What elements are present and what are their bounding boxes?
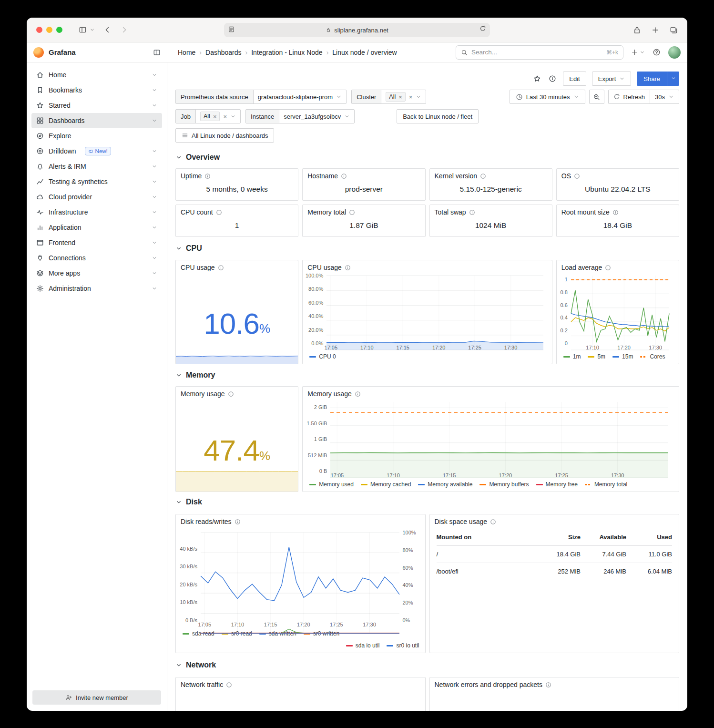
sidebar-item-alerts-irm[interactable]: Alerts & IRM (31, 159, 162, 174)
zoom-out-button[interactable] (589, 90, 604, 104)
info-icon[interactable] (341, 173, 347, 179)
sidebar-item-administration[interactable]: Administration (31, 281, 162, 296)
datasource-select[interactable]: grafanacloud-sliplane-prom (254, 90, 347, 103)
sidebar-item-starred[interactable]: Starred (31, 98, 162, 113)
page-settings-icon[interactable] (228, 26, 235, 33)
refresh-interval-select[interactable]: 30s (650, 90, 679, 103)
section-header-network[interactable]: Network (175, 660, 679, 670)
breadcrumb-item[interactable]: Home (178, 49, 195, 56)
section-header-disk[interactable]: Disk (175, 497, 679, 507)
load-average-chart-plot[interactable]: 10.80.60.40.2017:1017:2017:30 (571, 276, 669, 343)
legend-item[interactable]: 5m (588, 353, 605, 360)
sidebar-item-drilldown[interactable]: DrilldownNew! (31, 144, 162, 159)
forward-icon[interactable] (120, 26, 128, 34)
sidebar-item-testing-synthetics[interactable]: Testing & synthetics (31, 174, 162, 189)
section-header-memory[interactable]: Memory (175, 370, 679, 380)
info-icon[interactable] (469, 209, 475, 215)
new-tab-icon[interactable] (652, 26, 659, 34)
cpu-usage-chart-plot[interactable]: 100.0%80.0%60.0%40.0%20.0%0.0%17:0517:10… (326, 276, 543, 343)
info-icon[interactable] (545, 682, 551, 688)
table-header-size[interactable]: Size (539, 533, 581, 541)
chevron-down-icon[interactable] (152, 72, 157, 78)
back-icon[interactable] (103, 26, 112, 34)
grafana-logo[interactable] (33, 47, 44, 58)
export-button[interactable]: Export (592, 72, 632, 86)
disk-rw-chart-plot[interactable]: 40 kB/s30 kB/s20 kB/s10 kB/s0 B/s100%80%… (201, 533, 399, 620)
chevron-down-icon[interactable] (152, 209, 157, 215)
chevron-down-icon[interactable] (152, 270, 157, 276)
remove-chip-icon[interactable]: × (213, 113, 217, 120)
time-range-picker[interactable]: Last 30 minutes (510, 90, 585, 104)
share-page-icon[interactable] (633, 26, 641, 34)
info-icon[interactable] (216, 209, 222, 215)
close-window-button[interactable] (36, 27, 42, 33)
all-dashboards-button[interactable]: All Linux node / dashboards (175, 128, 274, 143)
legend-item[interactable]: Cores (640, 353, 665, 360)
favorite-star-icon[interactable] (532, 74, 542, 83)
info-icon[interactable] (612, 209, 619, 215)
job-select[interactable]: All× × (196, 110, 240, 123)
add-new-button[interactable] (631, 49, 645, 56)
legend-item[interactable]: Memory cached (361, 481, 411, 488)
legend-item[interactable]: Memory available (418, 481, 472, 488)
edit-button[interactable]: Edit (563, 72, 586, 86)
table-header-mounted-on[interactable]: Mounted on (437, 533, 539, 541)
info-icon[interactable] (490, 519, 496, 525)
info-icon[interactable] (355, 391, 361, 397)
sidebar-item-dashboards[interactable]: Dashboards (31, 113, 162, 128)
address-bar[interactable]: sliplane.grafana.net (224, 23, 490, 37)
legend-item[interactable]: sda io util (346, 642, 380, 649)
legend-item[interactable]: 1m (563, 353, 581, 360)
chevron-down-icon[interactable] (152, 148, 157, 154)
remove-chip-icon[interactable]: × (398, 94, 402, 100)
clear-selection-icon[interactable]: × (223, 113, 227, 120)
legend-item[interactable]: Memory total (585, 481, 627, 488)
legend-item[interactable]: Memory used (309, 481, 354, 488)
section-header-cpu[interactable]: CPU (175, 243, 679, 254)
sidebar-item-connections[interactable]: Connections (31, 250, 162, 266)
chevron-down-icon[interactable] (152, 179, 157, 185)
tab-overview-icon[interactable] (670, 26, 678, 34)
share-menu-button[interactable] (667, 72, 679, 86)
refresh-button[interactable]: Refresh (609, 90, 650, 103)
info-icon[interactable] (480, 173, 486, 179)
sidebar-item-frontend[interactable]: Frontend (31, 235, 162, 250)
invite-member-button[interactable]: Invite new member (32, 690, 161, 705)
legend-item[interactable]: Memory free (536, 481, 578, 488)
section-header-overview[interactable]: Overview (175, 152, 679, 163)
memory-usage-chart-plot[interactable]: 2 GiB1.50 GiB1 GiB512 MiB0 B17:0517:1017… (330, 402, 668, 471)
zoom-window-button[interactable] (56, 27, 62, 33)
filter-chip[interactable]: All× (200, 112, 220, 121)
help-icon[interactable] (653, 48, 661, 56)
chevron-down-icon[interactable] (152, 225, 157, 230)
instance-select[interactable]: server_1a3ufgsoibcv (279, 110, 354, 123)
table-header-used[interactable]: Used (626, 533, 672, 541)
legend-item[interactable]: CPU 0 (309, 353, 336, 360)
info-icon[interactable] (218, 265, 224, 271)
sidebar-item-home[interactable]: Home (31, 67, 162, 82)
info-icon[interactable] (204, 173, 211, 179)
chevron-down-icon[interactable] (152, 194, 157, 200)
info-icon[interactable] (349, 209, 355, 215)
sidebar-item-bookmarks[interactable]: Bookmarks (31, 82, 162, 98)
minimize-window-button[interactable] (46, 27, 52, 33)
filter-chip[interactable]: All× (386, 92, 406, 102)
chevron-down-icon[interactable] (152, 240, 157, 246)
collapse-sidebar-icon[interactable] (153, 49, 161, 56)
back-to-fleet-button[interactable]: Back to Linux node / fleet (397, 109, 479, 123)
info-icon[interactable] (226, 682, 232, 688)
info-icon[interactable] (228, 391, 234, 397)
table-header-available[interactable]: Available (581, 533, 626, 541)
reload-icon[interactable] (479, 25, 486, 32)
chevron-down-icon[interactable] (152, 164, 157, 169)
cluster-select[interactable]: All× × (381, 90, 426, 103)
legend-item[interactable]: 15m (612, 353, 633, 360)
legend-item[interactable]: sr0 io util (387, 642, 419, 649)
chevron-down-icon[interactable] (152, 103, 157, 108)
legend-item[interactable]: Memory buffers (479, 481, 529, 488)
chevron-down-icon[interactable] (152, 255, 157, 261)
chevron-down-icon[interactable] (90, 27, 95, 32)
breadcrumb-item[interactable]: Integration - Linux Node (251, 49, 322, 56)
sidebar-item-explore[interactable]: Explore (31, 128, 162, 144)
clear-selection-icon[interactable]: × (409, 94, 413, 100)
